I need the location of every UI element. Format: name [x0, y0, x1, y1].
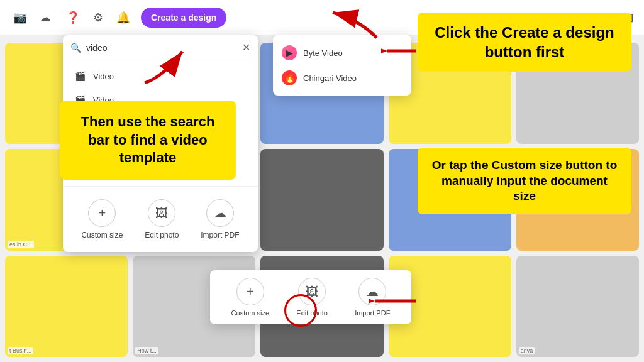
bg-card: t Busin...: [5, 256, 128, 357]
settings-icon[interactable]: ⚙: [88, 8, 108, 28]
help-icon[interactable]: ❓: [63, 8, 83, 28]
camera-icon[interactable]: 📷: [10, 8, 30, 28]
nav-icons-left: 📷 ☁: [10, 8, 55, 28]
byte-video-icon: ▶: [282, 45, 297, 60]
brp-custom-size-label: Custom size: [231, 309, 270, 317]
edit-photo-icon: 🖼: [148, 199, 175, 227]
dropdown-item-label: Video: [93, 72, 114, 81]
import-pdf-label: Import PDF: [201, 231, 239, 239]
brp-custom-size-icon: +: [236, 278, 264, 305]
card-label: How t...: [135, 347, 158, 354]
bg-card: anva: [516, 256, 639, 357]
callout-create-design-text: Click the Create a design button first: [435, 24, 614, 60]
custom-size-highlight-circle: [284, 294, 317, 327]
create-design-button[interactable]: Create a design: [141, 8, 226, 28]
search-icon: 🔍: [70, 43, 81, 53]
bell-icon[interactable]: 🔔: [113, 8, 133, 28]
custom-size-action[interactable]: + Custom size: [74, 194, 130, 244]
callout-search-bar-text: Then use the search bar to find a video …: [81, 114, 215, 165]
import-pdf-icon: ☁: [206, 199, 234, 227]
card-label: anva: [519, 347, 535, 354]
callout-custom-size-text: Or tap the Custom size button to manuall…: [432, 158, 618, 202]
right-panel-label-chingari: Chingari Video: [303, 74, 357, 83]
brp-custom-size[interactable]: + Custom size: [231, 278, 270, 317]
edit-photo-label: Edit photo: [145, 231, 179, 239]
video-icon: 🎬: [73, 69, 87, 83]
arrow-to-create: [381, 35, 419, 67]
right-panel-label-byte: Byte Video: [303, 48, 343, 58]
arrow-to-custom-size: [369, 285, 419, 317]
card-label: es in C...: [8, 241, 34, 248]
nav-icons-right: ❓ ⚙ 🔔: [63, 8, 133, 28]
callout-search-bar: Then use the search bar to find a video …: [60, 101, 236, 180]
edit-photo-action[interactable]: 🖼 Edit photo: [137, 194, 186, 244]
panel-bottom-actions: + Custom size 🖼 Edit photo ☁ Import PDF: [63, 186, 258, 252]
custom-size-icon: +: [88, 199, 116, 227]
arrow-to-search: [138, 39, 195, 89]
card-label: t Busin...: [8, 347, 33, 354]
arrow-create-button: [320, 6, 383, 44]
close-icon[interactable]: ✕: [242, 41, 250, 53]
bg-card: [260, 149, 383, 250]
callout-create-design: Click the Create a design button first: [418, 13, 631, 72]
import-pdf-action[interactable]: ☁ Import PDF: [193, 194, 247, 244]
custom-size-label: Custom size: [81, 231, 123, 239]
chingari-video-icon: 🔥: [282, 70, 297, 85]
callout-custom-size: Or tap the Custom size button to manuall…: [418, 148, 631, 214]
right-panel-item-chingari[interactable]: 🔥 Chingari Video: [273, 65, 411, 90]
upload-icon[interactable]: ☁: [35, 8, 55, 28]
